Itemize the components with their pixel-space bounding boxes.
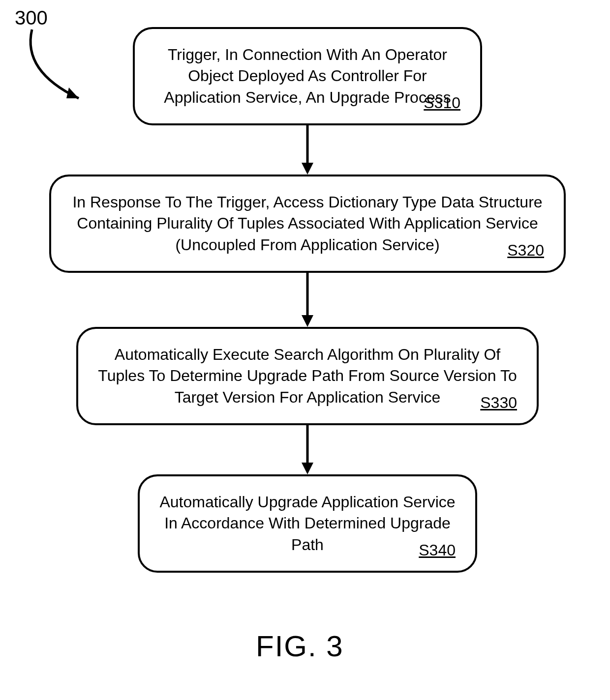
step-id-label: S340 (419, 540, 456, 561)
flow-step-s320: In Response To The Trigger, Access Dicti… (49, 175, 566, 273)
step-text: Automatically Upgrade Application Servic… (157, 492, 458, 555)
svg-marker-6 (302, 463, 313, 474)
flow-step-s330: Automatically Execute Search Algorithm O… (76, 327, 539, 425)
connector-arrow-1 (300, 125, 315, 175)
reference-pointer-arrow (20, 27, 108, 116)
step-id-label: S320 (507, 240, 544, 261)
flow-step-s310: Trigger, In Connection With An Operator … (133, 27, 482, 125)
step-text: In Response To The Trigger, Access Dicti… (69, 192, 546, 256)
figure-caption: FIG. 3 (256, 629, 344, 663)
connector-arrow-3 (300, 425, 315, 474)
step-text: Trigger, In Connection With An Operator … (152, 44, 462, 108)
flowchart-canvas: 300 Trigger, In Connection With An Opera… (0, 0, 610, 700)
flow-step-s340: Automatically Upgrade Application Servic… (138, 474, 477, 573)
step-id-label: S310 (424, 92, 460, 114)
reference-number: 300 (15, 7, 48, 29)
step-text: Automatically Execute Search Algorithm O… (96, 344, 519, 408)
svg-marker-0 (66, 88, 79, 98)
connector-arrow-2 (300, 273, 315, 327)
svg-marker-2 (302, 163, 313, 175)
step-id-label: S330 (480, 392, 517, 413)
svg-marker-4 (302, 315, 313, 327)
